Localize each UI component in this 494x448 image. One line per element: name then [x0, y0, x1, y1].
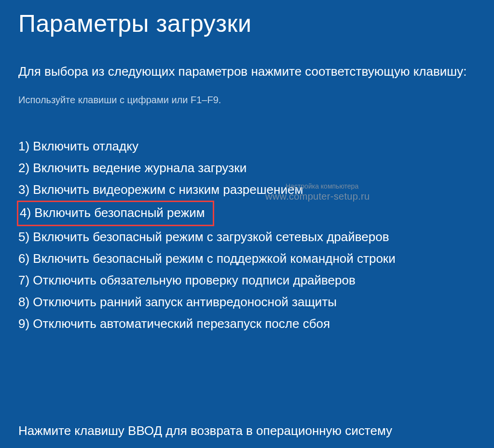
boot-option-4-label: 4) Включить безопасный режим	[20, 205, 205, 220]
highlight-box: 4) Включить безопасный режим	[17, 201, 214, 226]
boot-option-1[interactable]: 1) Включить отладку	[18, 136, 476, 157]
page-title: Параметры загрузки	[18, 10, 476, 38]
instruction-text: Для выбора из следующих параметров нажми…	[18, 62, 476, 81]
boot-option-5[interactable]: 5) Включить безопасный режим с загрузкой…	[18, 226, 476, 248]
boot-option-4-highlighted[interactable]: 4) Включить безопасный режим	[18, 201, 214, 226]
boot-option-2[interactable]: 2) Включить ведение журнала загрузки	[18, 157, 476, 179]
boot-option-6[interactable]: 6) Включить безопасный режим с поддержко…	[18, 248, 476, 270]
footer-instruction: Нажмите клавишу ВВОД для возврата в опер…	[18, 423, 392, 438]
boot-options-list: 1) Включить отладку 2) Включить ведение …	[18, 136, 476, 335]
boot-option-7[interactable]: 7) Отключить обязательную проверку подпи…	[18, 270, 476, 291]
boot-option-9[interactable]: 9) Отключить автоматический перезапуск п…	[18, 313, 476, 335]
boot-option-3[interactable]: 3) Включить видеорежим с низким разрешен…	[18, 179, 476, 201]
boot-option-8[interactable]: 8) Отключить ранний запуск антивредоносн…	[18, 291, 476, 313]
hint-text: Используйте клавиши с цифрами или F1–F9.	[18, 95, 476, 106]
